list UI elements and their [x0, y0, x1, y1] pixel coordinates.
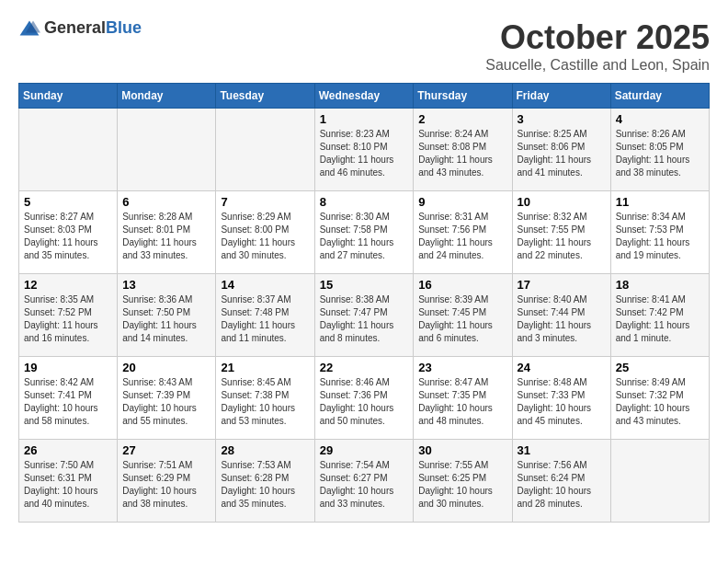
day-number: 24 [518, 361, 606, 374]
calendar-cell: 27Sunrise: 7:51 AM Sunset: 6:29 PM Dayli… [118, 440, 216, 523]
day-info: Sunrise: 7:51 AM Sunset: 6:29 PM Dayligh… [122, 459, 210, 511]
calendar-cell: 26Sunrise: 7:50 AM Sunset: 6:31 PM Dayli… [19, 440, 118, 523]
calendar-cell: 11Sunrise: 8:34 AM Sunset: 7:53 PM Dayli… [610, 191, 709, 274]
day-info: Sunrise: 8:38 AM Sunset: 7:47 PM Dayligh… [320, 293, 409, 345]
day-number: 12 [24, 278, 112, 292]
day-number: 25 [616, 361, 704, 374]
weekday-header-wednesday: Wednesday [314, 84, 414, 109]
calendar-cell: 8Sunrise: 8:30 AM Sunset: 7:58 PM Daylig… [314, 191, 414, 274]
day-info: Sunrise: 7:53 AM Sunset: 6:28 PM Dayligh… [221, 459, 309, 511]
calendar-cell: 18Sunrise: 8:41 AM Sunset: 7:42 PM Dayli… [610, 274, 709, 357]
weekday-header-monday: Monday [118, 84, 216, 109]
day-info: Sunrise: 8:41 AM Sunset: 7:42 PM Dayligh… [616, 293, 704, 345]
weekday-header-friday: Friday [512, 84, 610, 109]
day-number: 2 [418, 112, 506, 126]
calendar-cell [19, 109, 118, 191]
logo-icon [18, 19, 40, 38]
day-number: 23 [418, 361, 506, 374]
day-info: Sunrise: 8:35 AM Sunset: 7:52 PM Dayligh… [24, 293, 112, 345]
day-info: Sunrise: 8:37 AM Sunset: 7:48 PM Dayligh… [221, 293, 309, 345]
day-number: 4 [616, 112, 704, 126]
calendar-cell: 12Sunrise: 8:35 AM Sunset: 7:52 PM Dayli… [19, 274, 118, 357]
calendar-cell: 31Sunrise: 7:56 AM Sunset: 6:24 PM Dayli… [512, 440, 610, 523]
day-number: 28 [221, 443, 309, 457]
calendar-cell: 6Sunrise: 8:28 AM Sunset: 8:01 PM Daylig… [118, 191, 216, 274]
calendar-week-1: 1Sunrise: 8:23 AM Sunset: 8:10 PM Daylig… [19, 109, 710, 191]
calendar-cell: 22Sunrise: 8:46 AM Sunset: 7:36 PM Dayli… [314, 357, 414, 440]
day-info: Sunrise: 8:39 AM Sunset: 7:45 PM Dayligh… [418, 293, 506, 345]
day-info: Sunrise: 8:30 AM Sunset: 7:58 PM Dayligh… [320, 211, 409, 262]
calendar-cell: 30Sunrise: 7:55 AM Sunset: 6:25 PM Dayli… [414, 440, 512, 523]
calendar-cell: 16Sunrise: 8:39 AM Sunset: 7:45 PM Dayli… [414, 274, 512, 357]
day-info: Sunrise: 8:36 AM Sunset: 7:50 PM Dayligh… [122, 293, 210, 345]
day-info: Sunrise: 8:34 AM Sunset: 7:53 PM Dayligh… [616, 211, 704, 262]
calendar-cell: 21Sunrise: 8:45 AM Sunset: 7:38 PM Dayli… [216, 357, 314, 440]
day-number: 10 [518, 195, 606, 209]
day-info: Sunrise: 8:28 AM Sunset: 8:01 PM Dayligh… [122, 211, 210, 262]
day-info: Sunrise: 8:27 AM Sunset: 8:03 PM Dayligh… [24, 211, 112, 262]
calendar-cell: 2Sunrise: 8:24 AM Sunset: 8:08 PM Daylig… [414, 109, 512, 191]
day-info: Sunrise: 8:40 AM Sunset: 7:44 PM Dayligh… [518, 293, 606, 345]
calendar-cell: 23Sunrise: 8:47 AM Sunset: 7:35 PM Dayli… [414, 357, 512, 440]
calendar-cell [216, 109, 314, 191]
day-info: Sunrise: 7:50 AM Sunset: 6:31 PM Dayligh… [24, 459, 112, 511]
calendar-header: SundayMondayTuesdayWednesdayThursdayFrid… [19, 84, 710, 109]
day-number: 5 [24, 195, 112, 209]
calendar-cell: 7Sunrise: 8:29 AM Sunset: 8:00 PM Daylig… [216, 191, 314, 274]
day-number: 31 [518, 443, 606, 457]
calendar-cell: 19Sunrise: 8:42 AM Sunset: 7:41 PM Dayli… [19, 357, 118, 440]
calendar-cell: 14Sunrise: 8:37 AM Sunset: 7:48 PM Dayli… [216, 274, 314, 357]
day-number: 13 [122, 278, 210, 292]
day-info: Sunrise: 8:25 AM Sunset: 8:06 PM Dayligh… [518, 128, 606, 179]
day-number: 17 [518, 278, 606, 292]
calendar-cell: 3Sunrise: 8:25 AM Sunset: 8:06 PM Daylig… [512, 109, 610, 191]
weekday-header-tuesday: Tuesday [216, 84, 314, 109]
weekday-header-sunday: Sunday [19, 84, 118, 109]
day-number: 16 [418, 278, 506, 292]
calendar-cell: 4Sunrise: 8:26 AM Sunset: 8:05 PM Daylig… [610, 109, 709, 191]
logo-general: General [44, 18, 106, 37]
calendar-cell: 17Sunrise: 8:40 AM Sunset: 7:44 PM Dayli… [512, 274, 610, 357]
calendar-week-3: 12Sunrise: 8:35 AM Sunset: 7:52 PM Dayli… [19, 274, 710, 357]
calendar-cell: 29Sunrise: 7:54 AM Sunset: 6:27 PM Dayli… [314, 440, 414, 523]
day-number: 14 [221, 278, 309, 292]
day-number: 21 [221, 361, 309, 374]
day-number: 19 [24, 361, 112, 374]
day-number: 30 [418, 443, 506, 457]
day-info: Sunrise: 8:48 AM Sunset: 7:33 PM Dayligh… [518, 376, 606, 428]
day-number: 6 [122, 195, 210, 209]
calendar-week-5: 26Sunrise: 7:50 AM Sunset: 6:31 PM Dayli… [19, 440, 710, 523]
day-number: 3 [518, 112, 606, 126]
calendar-cell: 5Sunrise: 8:27 AM Sunset: 8:03 PM Daylig… [19, 191, 118, 274]
calendar-cell [610, 440, 709, 523]
day-info: Sunrise: 7:54 AM Sunset: 6:27 PM Dayligh… [320, 459, 409, 511]
calendar-cell: 25Sunrise: 8:49 AM Sunset: 7:32 PM Dayli… [610, 357, 709, 440]
day-number: 9 [418, 195, 506, 209]
day-number: 27 [122, 443, 210, 457]
day-number: 7 [221, 195, 309, 209]
day-info: Sunrise: 8:46 AM Sunset: 7:36 PM Dayligh… [320, 376, 409, 428]
day-info: Sunrise: 8:24 AM Sunset: 8:08 PM Dayligh… [418, 128, 506, 179]
logo-blue: Blue [106, 18, 142, 37]
logo: GeneralBlue [18, 18, 142, 38]
day-info: Sunrise: 8:23 AM Sunset: 8:10 PM Dayligh… [320, 128, 409, 179]
calendar-title: October 2025 [485, 18, 710, 57]
day-number: 26 [24, 443, 112, 457]
day-number: 8 [320, 195, 409, 209]
day-info: Sunrise: 8:32 AM Sunset: 7:55 PM Dayligh… [518, 211, 606, 262]
calendar-week-4: 19Sunrise: 8:42 AM Sunset: 7:41 PM Dayli… [19, 357, 710, 440]
day-info: Sunrise: 7:56 AM Sunset: 6:24 PM Dayligh… [518, 459, 606, 511]
calendar-body: 1Sunrise: 8:23 AM Sunset: 8:10 PM Daylig… [19, 109, 710, 523]
day-info: Sunrise: 8:49 AM Sunset: 7:32 PM Dayligh… [616, 376, 704, 428]
calendar-cell: 13Sunrise: 8:36 AM Sunset: 7:50 PM Dayli… [118, 274, 216, 357]
calendar-cell: 28Sunrise: 7:53 AM Sunset: 6:28 PM Dayli… [216, 440, 314, 523]
day-info: Sunrise: 8:26 AM Sunset: 8:05 PM Dayligh… [616, 128, 704, 179]
calendar-cell [118, 109, 216, 191]
day-info: Sunrise: 8:29 AM Sunset: 8:00 PM Dayligh… [221, 211, 309, 262]
calendar-cell: 24Sunrise: 8:48 AM Sunset: 7:33 PM Dayli… [512, 357, 610, 440]
day-number: 29 [320, 443, 409, 457]
calendar-cell: 1Sunrise: 8:23 AM Sunset: 8:10 PM Daylig… [314, 109, 414, 191]
day-number: 11 [616, 195, 704, 209]
calendar-table: SundayMondayTuesdayWednesdayThursdayFrid… [18, 83, 710, 523]
title-section: October 2025 Saucelle, Castille and Leon… [485, 18, 710, 74]
